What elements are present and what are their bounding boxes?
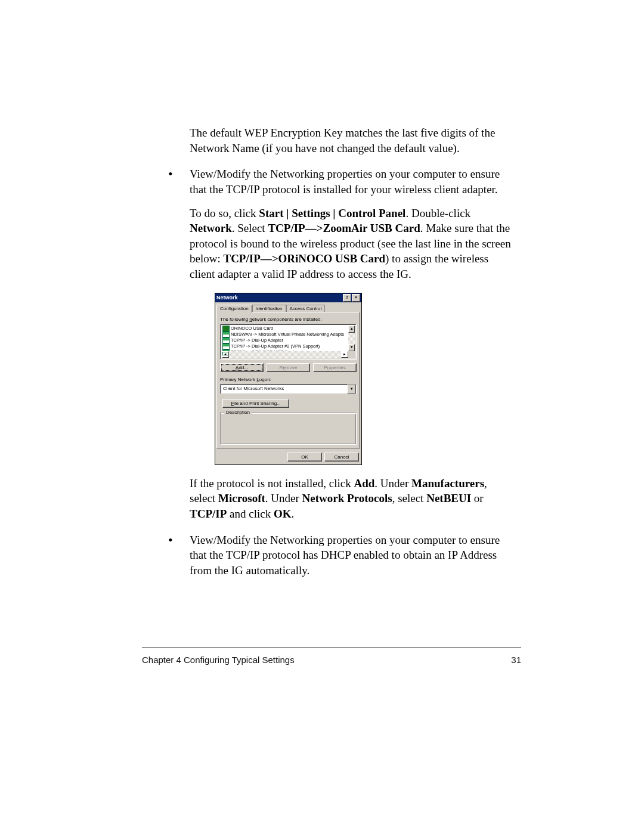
bold-zoomair: TCP/IP—>ZoomAir USB Card: [268, 222, 420, 234]
footer-chapter: Chapter 4 Configuring Typical Settings: [142, 655, 295, 665]
scroll-down-icon[interactable]: ▾: [348, 344, 355, 351]
add-button[interactable]: Add...: [220, 363, 264, 372]
list-item[interactable]: NDISWAN -> Microsoft Virtual Private Net…: [222, 332, 348, 337]
primary-logon-combo[interactable]: Client for Microsoft Networks ▾: [220, 384, 357, 394]
description-group: Description: [220, 413, 357, 445]
bold-microsoft: Microsoft: [218, 492, 265, 504]
t: .: [291, 507, 294, 520]
content-column: The default WEP Encryption Key matches t…: [165, 125, 513, 589]
t: . Double-click: [405, 207, 470, 219]
bold-orinoco: TCP/IP—>ORiNOCO USB Card: [223, 252, 385, 265]
bold-add: Add: [354, 477, 374, 490]
t: . Under: [374, 477, 411, 490]
combo-value: Client for Microsoft Networks: [221, 385, 347, 394]
logon-label: Primary Network Logon:: [220, 377, 357, 382]
remove-button[interactable]: Remove: [267, 363, 310, 372]
page-number: 31: [511, 655, 521, 665]
bullet-list: View/Modify the Networking properties on…: [165, 166, 513, 578]
item-text: ORiNOCO USB Card: [231, 326, 273, 332]
tab-identification[interactable]: Identification: [252, 305, 286, 312]
scroll-corner: [348, 351, 355, 358]
paragraph-wep: The default WEP Encryption Key matches t…: [190, 125, 513, 156]
bold-netbeui: NetBEUI: [426, 492, 471, 504]
t: The following: [220, 317, 249, 322]
scroll-track[interactable]: [348, 333, 355, 344]
list-item[interactable]: TCP/IP -> Dial-Up Adapter: [222, 337, 348, 343]
bold-network: Network: [190, 222, 232, 234]
network-dialog: Network ? × Configuration Identification…: [215, 293, 362, 465]
tab-access-control[interactable]: Access Control: [286, 305, 326, 312]
t: ile and Print Sharing...: [234, 401, 281, 406]
help-button[interactable]: ?: [343, 294, 351, 302]
t: . Select: [232, 222, 268, 234]
bold-manufacturers: Manufacturers: [411, 477, 484, 490]
item-text: TCP/IP -> Dial-Up Adapter #2 (VPN Suppor…: [231, 343, 320, 349]
titlebar: Network ? ×: [215, 293, 361, 302]
t: Primary Network: [220, 377, 256, 382]
footer: Chapter 4 Configuring Typical Settings 3…: [142, 655, 521, 665]
tab-panel: The following network components are ins…: [216, 312, 360, 448]
list-item[interactable]: ORiNOCO USB Card: [222, 326, 348, 332]
bullet-2: View/Modify the Networking properties on…: [165, 532, 513, 578]
dialog-title: Network: [216, 295, 238, 301]
bold-start-path: Start | Settings | Control Panel: [259, 207, 405, 219]
scroll-up-icon[interactable]: ▴: [348, 326, 355, 333]
dialog-buttons: OK Cancel: [215, 450, 361, 465]
scroll-right-icon[interactable]: ▸: [341, 351, 348, 358]
item-text: TCP/IP -> Dial-Up Adapter: [231, 337, 283, 343]
instructions-2: If the protocol is not installed, click …: [190, 476, 513, 522]
close-button[interactable]: ×: [352, 294, 360, 302]
bold-tcpip: TCP/IP: [190, 507, 227, 520]
t: . Under: [265, 492, 302, 504]
t: ogon:: [259, 377, 271, 382]
horizontal-scrollbar[interactable]: ◂ ▸: [222, 351, 348, 358]
item-text: NDISWAN -> Microsoft Virtual Private Net…: [231, 332, 344, 337]
ok-button[interactable]: OK: [287, 453, 322, 462]
button-row: Add... Remove Properties: [220, 363, 357, 372]
t: If the protocol is not installed, click: [190, 477, 354, 490]
file-print-sharing-button[interactable]: File and Print Sharing...: [222, 399, 289, 408]
components-label: The following network components are ins…: [220, 317, 357, 322]
components-listbox[interactable]: ORiNOCO USB Card NDISWAN -> Microsoft Vi…: [220, 324, 357, 360]
page: The default WEP Encryption Key matches t…: [0, 0, 644, 833]
properties-button[interactable]: Properties: [313, 363, 357, 372]
list-item[interactable]: TCP/IP -> Dial-Up Adapter #2 (VPN Suppor…: [222, 343, 348, 349]
bullet-2-text: View/Modify the Networking properties on…: [190, 532, 513, 578]
protocol-icon: [222, 337, 230, 343]
t: operties: [329, 365, 345, 370]
vertical-scrollbar[interactable]: ▴ ▾: [348, 326, 355, 351]
t: To do so, click: [190, 207, 259, 219]
instructions-1: To do so, click Start | Settings | Contr…: [190, 206, 513, 282]
t: and click: [227, 507, 274, 520]
tabs: Configuration Identification Access Cont…: [216, 305, 360, 312]
bold-network-protocols: Network Protocols: [302, 492, 392, 504]
t: etwork components are installed:: [252, 317, 322, 322]
t: , select: [392, 492, 427, 504]
cancel-button[interactable]: Cancel: [324, 453, 359, 462]
listbox-inner: ORiNOCO USB Card NDISWAN -> Microsoft Vi…: [221, 324, 356, 359]
bullet-1-text: View/Modify the Networking properties on…: [190, 166, 513, 197]
bold-ok: OK: [274, 507, 292, 520]
adapter-icon: [222, 326, 230, 332]
scroll-track[interactable]: [229, 351, 341, 358]
t: or: [471, 492, 484, 504]
tab-configuration[interactable]: Configuration: [216, 305, 252, 312]
bullet-1: View/Modify the Networking properties on…: [165, 166, 513, 521]
description-label: Description: [224, 410, 252, 415]
chevron-down-icon[interactable]: ▾: [347, 385, 356, 394]
scroll-left-icon[interactable]: ◂: [222, 351, 229, 358]
protocol-icon: [222, 332, 230, 337]
protocol-icon: [222, 343, 230, 349]
t: move: [286, 365, 298, 370]
footer-rule: [142, 648, 521, 648]
t: dd...: [239, 365, 248, 370]
